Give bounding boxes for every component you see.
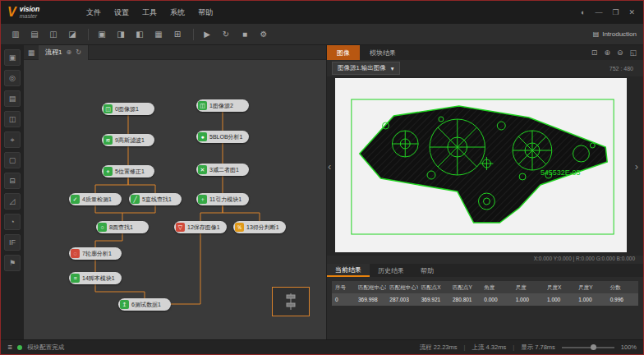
display-time: 显示 7.78ms [521,343,555,352]
node-label: 1图像源2 [209,102,233,110]
flow-node-image-source-2[interactable]: ◫ 1图像源2 [196,99,249,112]
zoom-slider[interactable] [562,347,614,348]
tab-module-results[interactable]: 模块结果 [360,45,406,60]
zoom-in-icon[interactable]: ⊕ [604,48,610,57]
flow-node-blob-analysis[interactable]: ● 5BLOB分析1 [196,131,249,143]
menu-help[interactable]: 帮助 [198,7,213,18]
run-continuous-icon[interactable]: ↻ [218,27,234,42]
cell: 369.921 [418,293,449,306]
flow-node-gaussian-filter[interactable]: ≋ 9高斯滤波1 [102,134,154,146]
save-node-icon: ▽ [176,223,185,232]
inspection-image[interactable]: 545532E-05 [335,78,627,252]
export-icon[interactable]: ◪ [64,27,80,42]
zoom-out-icon[interactable]: ⊖ [617,48,623,57]
results-header-row: 序号 匹配框中心X 匹配框中心Y 匹配点X 匹配点Y 角度 尺度 尺度X 尺度Y… [332,281,638,293]
table-icon[interactable]: ▦ [150,27,167,42]
menu-tools[interactable]: 工具 [142,7,157,18]
image-tool-icon[interactable]: ▤ [4,90,21,107]
locate-tool-icon[interactable]: ◎ [4,70,21,86]
introduction-link[interactable]: ▤ Introduction [593,30,637,38]
flow-node-script-module[interactable]: ≡ 14脚本模块1 [69,272,122,284]
cell: 0.996 [607,293,638,306]
roi-tool-icon[interactable]: ▢ [4,152,21,168]
previous-image-icon[interactable]: ‹ [328,160,331,173]
camera-tool-icon[interactable]: ◫ [4,111,21,127]
tab-help[interactable]: 帮助 [412,264,442,277]
col-header: 分数 [607,281,638,293]
flow-node-calibration[interactable]: ＋ 11引力模块1 [196,193,249,205]
fullscreen-icon[interactable]: ◱ [629,48,637,57]
flow-canvas-panel: ▦ 流程1 ⊕ ↻ [24,45,326,339]
refresh-flow-icon[interactable]: ↻ [76,48,81,56]
flow-view-icon[interactable]: ▦ [24,48,39,57]
app-logo: V vision master [1,5,86,20]
flow-canvas[interactable]: ◫ 0图像源1 ◫ 1图像源2 ≋ 9高斯滤波1 ● 5BLOB分析1 ⌖ 5位… [24,60,326,339]
node-label: 8圆查找1 [109,224,133,232]
color-tool-icon[interactable]: ◔ [4,214,21,230]
zoom-slider-thumb[interactable] [591,344,596,350]
save-as-icon[interactable]: ◫ [45,27,62,42]
node-label: 0图像源1 [115,105,139,113]
minimap-preview [278,292,303,311]
tab-history-results[interactable]: 历史结果 [370,264,412,277]
node-label: 6测试数据1 [131,301,161,309]
grid-icon[interactable]: ⊞ [169,27,186,42]
image-source-selector[interactable]: 图像源1.输出图像 ▾ [332,62,400,75]
flow-node-image-source-1[interactable]: ◫ 0图像源1 [102,103,154,115]
brand-top: vision [20,6,40,13]
node-label: 9高斯滤波1 [115,136,145,145]
theme-icon[interactable]: ◐ [581,8,585,16]
node-label: 5位置修正1 [115,168,145,176]
camera-icon[interactable]: ▣ [94,27,110,42]
flow-node-contour-analysis[interactable]: ◌ 7轮廓分析1 [69,247,122,260]
results-data-row[interactable]: 0 369.998 287.003 369.921 280.801 0.000 … [332,293,638,306]
line-node-icon: ╱ [131,195,140,204]
cell: 0.000 [481,293,512,306]
split-tool-icon[interactable]: ⊟ [4,173,21,189]
filter-node-icon: ≋ [104,136,113,145]
logic-if-tool-icon[interactable]: IF [4,234,21,251]
settings-icon[interactable]: ⚙ [255,27,272,42]
geometry-tool-icon[interactable]: ◿ [4,193,21,210]
menu-settings[interactable]: 设置 [114,7,129,18]
open-icon[interactable]: ▤ [26,27,43,42]
flow-tab-bar: ▦ 流程1 ⊕ ↻ [24,45,326,60]
canvas-minimap[interactable] [272,287,310,316]
menu-file[interactable]: 文件 [86,7,101,18]
flow-node-score-judge[interactable]: ％ 13得分判断1 [233,221,286,233]
flow-node-subtract[interactable]: ✕ 3减二者图1 [196,164,249,176]
run-once-icon[interactable]: ▶ [199,27,215,42]
next-image-icon[interactable]: › [635,160,638,173]
image-source-label: 图像源1.输出图像 [338,64,386,72]
calibration-node-icon: ＋ [198,195,207,204]
screen-icon[interactable]: ◧ [131,27,148,42]
tab-image[interactable]: 图像 [327,45,360,60]
flow-node-save-image[interactable]: ▽ 12保存图像1 [174,221,227,233]
flow-node-circle-find[interactable]: ○ 8圆查找1 [96,221,149,233]
flow-node-quality-check[interactable]: ✓ 4质量检测1 [69,193,122,205]
status-ok-icon [17,345,22,350]
fit-window-icon[interactable]: ⊡ [591,48,598,57]
cell: 0 [332,293,355,306]
flow-node-line-find[interactable]: ╱ 5直线查找1 [129,193,182,205]
add-flow-icon[interactable]: ⊕ [66,48,71,56]
flow-tool-icon[interactable]: ▣ [4,49,21,66]
node-label: 7轮廓分析1 [82,250,112,258]
flow-node-test-data[interactable]: ↥ 6测试数据1 [118,298,171,311]
tab-current-results[interactable]: 当前结果 [327,264,370,277]
menu-system[interactable]: 系统 [170,7,185,18]
flag-tool-icon[interactable]: ⚑ [4,255,21,271]
flow-tab[interactable]: 流程1 ⊕ ↻ [39,45,89,60]
save-icon[interactable]: ▥ [7,27,24,42]
close-icon[interactable]: ✕ [628,8,635,16]
brand-bottom: master [20,13,40,19]
status-menu-icon[interactable]: ≣ [7,343,12,351]
node-label: 3减二者图1 [209,166,239,174]
minimize-icon[interactable]: — [595,8,602,16]
image-icon[interactable]: ◨ [113,27,129,42]
measure-tool-icon[interactable]: ⌖ [4,131,21,148]
flow-node-position-fix[interactable]: ⌖ 5位置修正1 [102,165,154,178]
maximize-icon[interactable]: ❐ [612,8,619,16]
stop-icon[interactable]: ■ [237,27,253,42]
perf-stats: 流程 22.23ms | 上流 4.32ms | 显示 7.78ms 100% [420,343,637,352]
